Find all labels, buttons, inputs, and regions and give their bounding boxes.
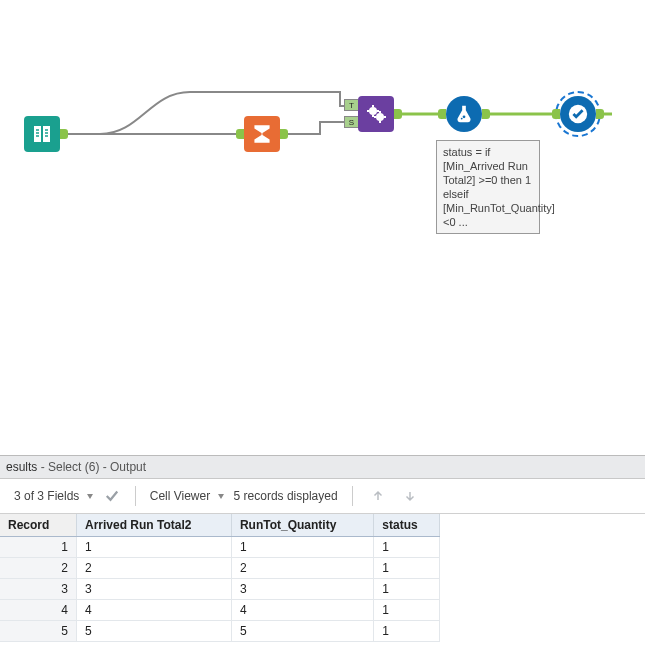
cell-arrived: 4 — [77, 600, 232, 621]
sigma-icon — [249, 121, 275, 147]
results-panel: esults - Select (6) - Output 3 of 3 Fiel… — [0, 455, 645, 662]
flask-icon — [453, 103, 475, 125]
cell-record: 4 — [0, 600, 77, 621]
cell-record: 2 — [0, 558, 77, 579]
svg-point-1 — [376, 113, 384, 121]
cell-record: 5 — [0, 621, 77, 642]
results-toolbar: 3 of 3 Fields Cell Viewer 5 records disp… — [0, 479, 645, 514]
cell-record: 1 — [0, 537, 77, 558]
cell-status: 1 — [374, 579, 440, 600]
prev-record-button[interactable] — [367, 485, 389, 507]
svg-point-3 — [461, 118, 463, 120]
cell-record: 3 — [0, 579, 77, 600]
cell-status: 1 — [374, 537, 440, 558]
cell-arrived: 3 — [77, 579, 232, 600]
text-input-tool[interactable] — [24, 116, 60, 152]
join-port-source[interactable]: S — [344, 116, 358, 128]
table-row[interactable]: 4 4 4 1 — [0, 600, 440, 621]
table-row[interactable]: 2 2 2 1 — [0, 558, 440, 579]
cell-status: 1 — [374, 600, 440, 621]
col-record[interactable]: Record — [0, 514, 77, 537]
join-port-target[interactable]: T — [344, 99, 358, 111]
cell-status: 1 — [374, 558, 440, 579]
cell-status: 1 — [374, 621, 440, 642]
records-displayed-label: 5 records displayed — [234, 489, 338, 503]
formula-tool[interactable] — [446, 96, 482, 132]
gears-icon — [364, 102, 388, 126]
cell-viewer-dropdown[interactable]: Cell Viewer — [150, 489, 224, 503]
cell-arrived: 5 — [77, 621, 232, 642]
results-header: esults - Select (6) - Output — [0, 456, 645, 479]
table-row[interactable]: 1 1 1 1 — [0, 537, 440, 558]
table-row[interactable]: 5 5 5 1 — [0, 621, 440, 642]
summarize-tool[interactable] — [244, 116, 280, 152]
cell-runtot: 4 — [231, 600, 373, 621]
col-arrived[interactable]: Arrived Run Total2 — [77, 514, 232, 537]
check-circle-icon — [567, 103, 589, 125]
fields-dropdown[interactable]: 3 of 3 Fields — [14, 489, 93, 503]
results-subtitle: - Select (6) - Output — [37, 460, 146, 474]
book-icon — [30, 122, 54, 146]
cell-runtot: 1 — [231, 537, 373, 558]
svg-point-2 — [463, 115, 466, 118]
check-icon[interactable] — [103, 487, 121, 505]
chevron-down-icon — [218, 494, 224, 499]
table-header-row: Record Arrived Run Total2 RunTot_Quantit… — [0, 514, 440, 537]
fields-label: 3 of 3 Fields — [14, 489, 79, 503]
select-tool[interactable] — [560, 96, 596, 132]
col-runtot[interactable]: RunTot_Quantity — [231, 514, 373, 537]
col-status[interactable]: status — [374, 514, 440, 537]
chevron-down-icon — [87, 494, 93, 499]
results-table[interactable]: Record Arrived Run Total2 RunTot_Quantit… — [0, 514, 440, 642]
formula-annotation: status = if [Min_Arrived Run Total2] >=0… — [436, 140, 540, 234]
join-tool[interactable]: T S — [358, 96, 394, 132]
table-row[interactable]: 3 3 3 1 — [0, 579, 440, 600]
svg-point-0 — [369, 107, 377, 115]
cell-arrived: 1 — [77, 537, 232, 558]
cell-viewer-label: Cell Viewer — [150, 489, 210, 503]
connection-lines — [0, 0, 645, 455]
annotation-text: status = if [Min_Arrived Run Total2] >=0… — [443, 146, 555, 228]
cell-runtot: 3 — [231, 579, 373, 600]
workflow-canvas[interactable]: T S status = if [Min_Arriv — [0, 0, 645, 455]
cell-arrived: 2 — [77, 558, 232, 579]
cell-runtot: 2 — [231, 558, 373, 579]
cell-runtot: 5 — [231, 621, 373, 642]
results-title: esults — [6, 460, 37, 474]
next-record-button[interactable] — [399, 485, 421, 507]
